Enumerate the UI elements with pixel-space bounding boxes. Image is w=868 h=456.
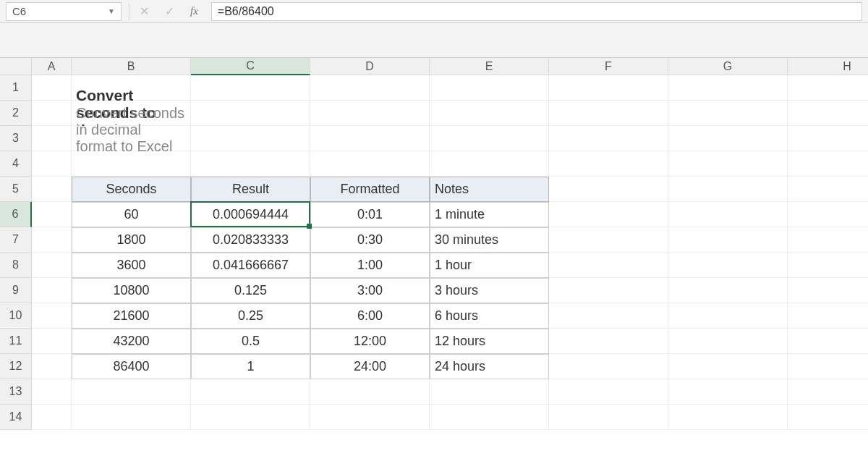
cell-G5[interactable] [668, 177, 788, 202]
cell-A14[interactable] [32, 405, 72, 430]
formula-input[interactable]: =B6/86400 [211, 2, 862, 21]
col-header-C[interactable]: C [191, 58, 310, 75]
cell-B6[interactable]: 60 [72, 202, 191, 227]
row-header-13[interactable]: 13 [0, 379, 32, 405]
cell-H7[interactable] [788, 227, 868, 253]
cell-H2[interactable] [788, 101, 868, 126]
cell-B8[interactable]: 3600 [72, 253, 191, 278]
cell-H11[interactable] [788, 329, 868, 354]
cell-C13[interactable] [191, 379, 310, 405]
cell-C4[interactable] [191, 151, 310, 177]
name-box[interactable]: C6 ▼ [6, 2, 122, 21]
cell-F10[interactable] [549, 303, 668, 329]
cell-B12[interactable]: 86400 [72, 354, 191, 379]
cell-A13[interactable] [32, 379, 72, 405]
cell-B11[interactable]: 43200 [72, 329, 191, 354]
cell-E9[interactable]: 3 hours [430, 278, 549, 303]
cell-G10[interactable] [668, 303, 788, 329]
cell-D12[interactable]: 24:00 [310, 354, 430, 379]
cell-D3[interactable] [310, 126, 430, 151]
cell-A11[interactable] [32, 329, 72, 354]
cell-C8[interactable]: 0.041666667 [191, 253, 310, 278]
col-header-H[interactable]: H [788, 58, 868, 75]
row-header-12[interactable]: 12 [0, 354, 32, 379]
cell-A6[interactable] [32, 202, 72, 227]
col-header-B[interactable]: B [72, 58, 191, 75]
cell-F14[interactable] [549, 405, 668, 430]
row-header-2[interactable]: 2 [0, 101, 32, 126]
row-header-7[interactable]: 7 [0, 227, 32, 253]
cell-G11[interactable] [668, 329, 788, 354]
cell-E6[interactable]: 1 minute [430, 202, 549, 227]
cell-H14[interactable] [788, 405, 868, 430]
cell-C3[interactable] [191, 126, 310, 151]
cell-F8[interactable] [549, 253, 668, 278]
cell-E4[interactable] [430, 151, 549, 177]
cell-C5[interactable]: Result [191, 177, 310, 202]
cell-G7[interactable] [668, 227, 788, 253]
cell-H5[interactable] [788, 177, 868, 202]
cell-C9[interactable]: 0.125 [191, 278, 310, 303]
cell-H6[interactable] [788, 202, 868, 227]
cell-F4[interactable] [549, 151, 668, 177]
cell-H1[interactable] [788, 75, 868, 101]
row-header-14[interactable]: 14 [0, 405, 32, 430]
cell-B14[interactable] [72, 405, 191, 430]
cell-E5[interactable]: Notes [430, 177, 549, 202]
row-header-6[interactable]: 6 [0, 202, 32, 227]
cell-F5[interactable] [549, 177, 668, 202]
cell-A12[interactable] [32, 354, 72, 379]
cell-E1[interactable] [430, 75, 549, 101]
cell-G1[interactable] [668, 75, 788, 101]
cancel-icon[interactable]: ✕ [140, 4, 149, 18]
cell-A3[interactable] [32, 126, 72, 151]
col-header-G[interactable]: G [668, 58, 788, 75]
cell-B13[interactable] [72, 379, 191, 405]
row-header-3[interactable]: 3 [0, 126, 32, 151]
cell-C12[interactable]: 1 [191, 354, 310, 379]
cell-C2[interactable] [191, 101, 310, 126]
cell-G9[interactable] [668, 278, 788, 303]
cell-D2[interactable] [310, 101, 430, 126]
cell-E10[interactable]: 6 hours [430, 303, 549, 329]
cell-G6[interactable] [668, 202, 788, 227]
cell-B5[interactable]: Seconds [72, 177, 191, 202]
cell-F12[interactable] [549, 354, 668, 379]
cell-D8[interactable]: 1:00 [310, 253, 430, 278]
cell-E7[interactable]: 30 minutes [430, 227, 549, 253]
cell-A9[interactable] [32, 278, 72, 303]
cell-E3[interactable] [430, 126, 549, 151]
cell-B7[interactable]: 1800 [72, 227, 191, 253]
cell-H13[interactable] [788, 379, 868, 405]
cell-A4[interactable] [32, 151, 72, 177]
col-header-E[interactable]: E [430, 58, 549, 75]
cell-F7[interactable] [549, 227, 668, 253]
cell-F3[interactable] [549, 126, 668, 151]
row-header-9[interactable]: 9 [0, 278, 32, 303]
spreadsheet-grid[interactable]: ABCDEFGH12Convert seconds to time3Conver… [0, 58, 868, 430]
cell-E8[interactable]: 1 hour [430, 253, 549, 278]
cell-A10[interactable] [32, 303, 72, 329]
cell-G8[interactable] [668, 253, 788, 278]
enter-icon[interactable]: ✓ [165, 4, 174, 18]
cell-E13[interactable] [430, 379, 549, 405]
cell-C11[interactable]: 0.5 [191, 329, 310, 354]
cell-D1[interactable] [310, 75, 430, 101]
cell-D14[interactable] [310, 405, 430, 430]
cell-C14[interactable] [191, 405, 310, 430]
cell-B9[interactable]: 10800 [72, 278, 191, 303]
cell-H3[interactable] [788, 126, 868, 151]
cell-A5[interactable] [32, 177, 72, 202]
cell-G2[interactable] [668, 101, 788, 126]
cell-G12[interactable] [668, 354, 788, 379]
cell-D10[interactable]: 6:00 [310, 303, 430, 329]
cell-G4[interactable] [668, 151, 788, 177]
cell-E2[interactable] [430, 101, 549, 126]
cell-D5[interactable]: Formatted [310, 177, 430, 202]
col-header-F[interactable]: F [549, 58, 668, 75]
row-header-11[interactable]: 11 [0, 329, 32, 354]
cell-G3[interactable] [668, 126, 788, 151]
cell-D7[interactable]: 0:30 [310, 227, 430, 253]
cell-H10[interactable] [788, 303, 868, 329]
cell-D6[interactable]: 0:01 [310, 202, 430, 227]
